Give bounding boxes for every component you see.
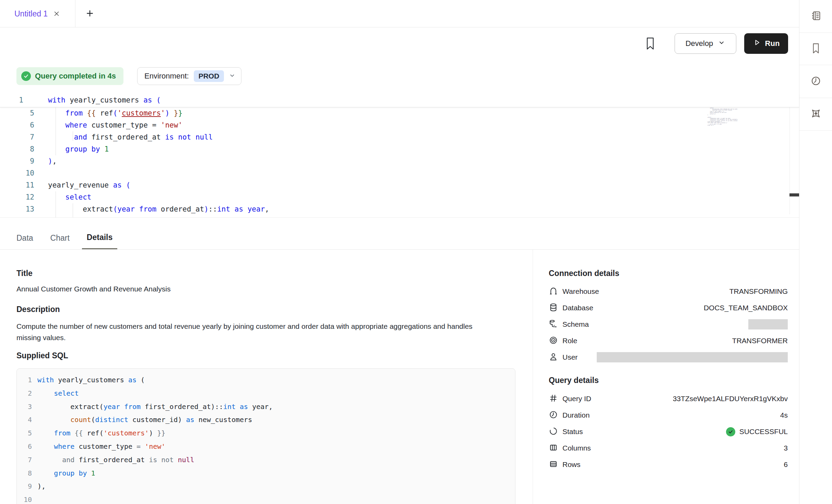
close-icon[interactable] xyxy=(53,10,60,17)
tab-bar: Untitled 1 xyxy=(0,0,799,27)
chevron-down-icon xyxy=(718,39,725,48)
user-redacted-value xyxy=(597,352,788,362)
new-tab-button[interactable] xyxy=(80,0,100,27)
status-value: SUCCESSFUL xyxy=(726,427,788,436)
tab-untitled-1[interactable]: Untitled 1 xyxy=(0,0,75,27)
develop-dropdown[interactable]: Develop xyxy=(675,33,736,54)
right-sidebar xyxy=(799,0,832,504)
environment-selector[interactable]: Environment: PROD xyxy=(137,67,241,85)
app-root: Untitled 1 Develop Run Quer xyxy=(0,0,832,504)
bookmark-button[interactable] xyxy=(643,34,658,53)
environment-value-badge: PROD xyxy=(194,70,224,82)
indent-guide xyxy=(56,107,56,155)
indent-guide xyxy=(73,203,73,217)
tab-label: Untitled 1 xyxy=(14,9,48,19)
bookmark-icon xyxy=(645,37,655,51)
tabs-divider xyxy=(0,249,799,250)
indent-guide xyxy=(56,191,56,217)
environment-label: Environment: xyxy=(144,72,189,81)
editor-lines[interactable]: 5 from {{ ref('customers') }}6 where cus… xyxy=(0,107,799,215)
sidebar-item-dbt[interactable] xyxy=(799,98,832,131)
details-vertical-divider xyxy=(533,250,533,504)
warehouse-icon xyxy=(549,286,558,297)
run-button[interactable]: Run xyxy=(744,33,788,54)
connection-row-warehouse: Warehouse TRANSFORMING xyxy=(549,283,788,300)
check-circle-icon xyxy=(21,71,31,81)
query-details-heading: Query details xyxy=(549,376,599,385)
role-icon xyxy=(549,336,558,346)
tab-data[interactable]: Data xyxy=(12,226,38,250)
editor-bottom-divider xyxy=(0,217,799,218)
editor-scrollbar-thumb[interactable] xyxy=(789,193,799,196)
connection-row-user: User xyxy=(549,349,788,365)
title-heading: Title xyxy=(16,269,33,278)
success-check-icon xyxy=(726,427,735,436)
schema-redacted-value xyxy=(748,319,788,329)
indent-guide xyxy=(73,131,73,141)
plus-icon xyxy=(85,9,94,19)
connection-row-role: Role TRANSFORMER xyxy=(549,333,788,349)
develop-label: Develop xyxy=(686,39,713,48)
description-heading: Description xyxy=(16,305,60,314)
query-row-rows: Rows 6 xyxy=(549,456,788,473)
tab-details[interactable]: Details xyxy=(82,226,117,250)
user-icon xyxy=(549,352,558,363)
supplied-sql-block: 1with yearly_customers as (2 select3 ext… xyxy=(16,368,515,504)
query-row-duration: Duration 4s xyxy=(549,407,788,423)
sql-editor[interactable]: 1with yearly_customers as ( 5 from {{ re… xyxy=(0,94,799,217)
description-value: Compute the number of new customers and … xyxy=(16,321,498,343)
tab-chart[interactable]: Chart xyxy=(46,226,74,250)
title-value: Annual Customer Growth and Revenue Analy… xyxy=(16,285,170,293)
supplied-sql-heading: Supplied SQL xyxy=(16,351,68,360)
query-row-status: Status SUCCESSFUL xyxy=(549,423,788,440)
chevron-down-icon xyxy=(229,72,236,80)
connection-details-heading: Connection details xyxy=(549,269,619,278)
clock-icon xyxy=(810,75,821,88)
database-icon xyxy=(549,303,558,313)
editor-sticky-line[interactable]: 1with yearly_customers as ( xyxy=(0,94,799,107)
connection-row-schema: Schema xyxy=(549,316,788,333)
query-status-text: Query completed in 4s xyxy=(35,72,116,81)
query-id-value: 33TZseWpe1ALFDUYerxR1gVKxbv xyxy=(673,395,788,403)
sidebar-item-bookmarks[interactable] xyxy=(799,33,832,65)
dbt-logo-icon xyxy=(810,108,822,121)
play-icon xyxy=(753,38,761,49)
bookmark-icon xyxy=(811,43,821,56)
notebook-icon xyxy=(810,10,821,23)
clock-icon xyxy=(549,410,558,421)
sidebar-spacer xyxy=(799,131,832,504)
schema-icon xyxy=(549,319,558,330)
hash-icon xyxy=(549,394,558,404)
query-status-badge: Query completed in 4s xyxy=(16,67,123,85)
query-row-id: Query ID 33TZseWpe1ALFDUYerxR1gVKxbv xyxy=(549,391,788,407)
sidebar-item-notebook[interactable] xyxy=(799,0,832,33)
run-label: Run xyxy=(765,39,780,48)
rows-icon xyxy=(549,459,558,470)
sidebar-item-history[interactable] xyxy=(799,65,832,98)
loader-icon xyxy=(549,427,558,437)
result-tabs: Data Chart Details xyxy=(12,226,125,250)
columns-icon xyxy=(549,443,558,454)
query-row-columns: Columns 3 xyxy=(549,440,788,456)
connection-row-database: Database DOCS_TEAM_SANDBOX xyxy=(549,300,788,316)
